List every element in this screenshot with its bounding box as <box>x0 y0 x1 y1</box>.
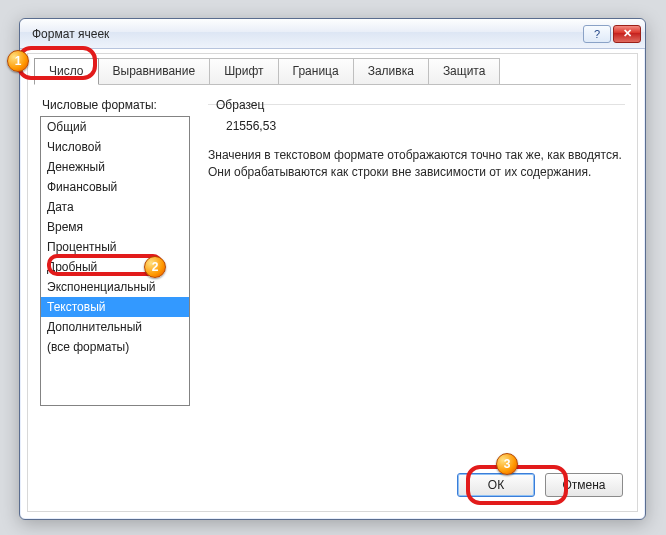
format-item[interactable]: Экспоненциальный <box>41 277 189 297</box>
tab-divider <box>34 84 631 85</box>
format-item[interactable]: Текстовый <box>41 297 189 317</box>
callout-badge-1: 1 <box>7 50 29 72</box>
sample-value: 21556,53 <box>226 119 625 133</box>
format-item[interactable]: Общий <box>41 117 189 137</box>
tab-protection[interactable]: Защита <box>428 58 501 85</box>
sample-frame: 21556,53 <box>208 104 625 133</box>
window-title: Формат ячеек <box>32 27 581 41</box>
button-label: Отмена <box>562 478 605 492</box>
formats-label: Числовые форматы: <box>42 98 190 112</box>
tab-label: Выравнивание <box>113 64 196 78</box>
left-column: Числовые форматы: ОбщийЧисловойДенежныйФ… <box>40 94 190 406</box>
callout-highlight-3 <box>466 465 568 505</box>
callout-badge-2: 2 <box>144 256 166 278</box>
format-item[interactable]: Финансовый <box>41 177 189 197</box>
right-column: Образец 21556,53 Значения в текстовом фо… <box>208 94 625 406</box>
format-item[interactable]: Дополнительный <box>41 317 189 337</box>
tabstrip: Число Выравнивание Шрифт Граница Заливка… <box>34 58 637 85</box>
close-button[interactable]: ✕ <box>613 25 641 43</box>
client-area: Число Выравнивание Шрифт Граница Заливка… <box>27 53 638 512</box>
callout-badge-3: 3 <box>496 453 518 475</box>
help-button[interactable]: ? <box>583 25 611 43</box>
tab-alignment[interactable]: Выравнивание <box>98 58 211 85</box>
format-item[interactable]: Время <box>41 217 189 237</box>
tab-label: Граница <box>293 64 339 78</box>
tab-label: Защита <box>443 64 486 78</box>
tab-fill[interactable]: Заливка <box>353 58 429 85</box>
callout-highlight-1 <box>17 46 97 80</box>
format-description: Значения в текстовом формате отображаютс… <box>208 147 625 181</box>
tab-pane-number: Числовые форматы: ОбщийЧисловойДенежныйФ… <box>28 86 637 412</box>
tab-font[interactable]: Шрифт <box>209 58 278 85</box>
tab-label: Заливка <box>368 64 414 78</box>
format-item[interactable]: Денежный <box>41 157 189 177</box>
titlebar: Формат ячеек ? ✕ <box>20 19 645 49</box>
tab-border[interactable]: Граница <box>278 58 354 85</box>
format-item[interactable]: Числовой <box>41 137 189 157</box>
tab-label: Шрифт <box>224 64 263 78</box>
format-item[interactable]: (все форматы) <box>41 337 189 357</box>
format-item[interactable]: Дата <box>41 197 189 217</box>
